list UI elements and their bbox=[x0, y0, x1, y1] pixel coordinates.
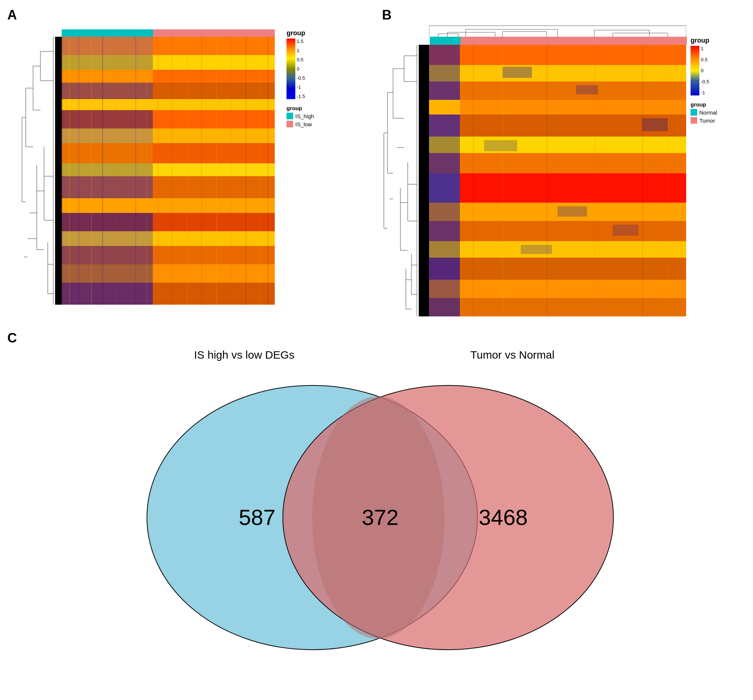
legend-a-swatch-1 bbox=[286, 113, 293, 119]
svg-rect-133 bbox=[429, 115, 460, 137]
svg-rect-128 bbox=[429, 81, 686, 100]
dendrogram-left-a bbox=[18, 37, 55, 305]
svg-rect-150 bbox=[429, 298, 686, 316]
legend-a-groups: group IS_high IS_low bbox=[286, 105, 334, 127]
svg-rect-63 bbox=[135, 37, 136, 305]
svg-rect-125 bbox=[429, 45, 460, 65]
legend-a-group-title: group bbox=[286, 105, 334, 111]
scale-val-b-2: 0.5 bbox=[701, 57, 709, 62]
svg-rect-34 bbox=[62, 99, 275, 110]
color-scale-a bbox=[286, 39, 295, 99]
legend-b-swatch-1 bbox=[691, 109, 697, 115]
legend-a-label-1: IS_high bbox=[295, 113, 314, 119]
legend-b-item-1: Normal bbox=[691, 109, 738, 115]
scale-val-5: -0.5 bbox=[297, 75, 305, 81]
svg-rect-67 bbox=[187, 37, 188, 305]
svg-rect-139 bbox=[429, 173, 460, 203]
scale-val-1: 1.5 bbox=[297, 39, 305, 44]
svg-rect-64 bbox=[146, 37, 147, 305]
venn-intersection-count: 372 bbox=[362, 505, 398, 530]
svg-rect-129 bbox=[429, 81, 460, 100]
svg-rect-127 bbox=[429, 65, 460, 81]
svg-rect-68 bbox=[201, 37, 202, 305]
scale-labels-b: 1 0.5 0 -0.5 -1 bbox=[701, 46, 709, 95]
legend-a-swatch-2 bbox=[286, 121, 293, 127]
dendrogram-left-b bbox=[382, 45, 419, 316]
svg-rect-159 bbox=[473, 45, 474, 316]
legend-b-group-title: group bbox=[691, 101, 738, 108]
scale-val-4: 0 bbox=[297, 66, 305, 72]
svg-rect-71 bbox=[245, 37, 247, 305]
svg-rect-136 bbox=[429, 153, 686, 173]
svg-rect-60 bbox=[91, 37, 92, 305]
venn-diagram: 587 372 3468 bbox=[99, 360, 669, 675]
svg-rect-135 bbox=[429, 137, 460, 153]
svg-rect-138 bbox=[460, 173, 686, 203]
svg-rect-143 bbox=[429, 221, 460, 241]
svg-rect-57 bbox=[62, 37, 63, 305]
svg-rect-33 bbox=[62, 83, 153, 99]
svg-rect-157 bbox=[613, 224, 638, 235]
venn-right-title: Tumor vs Normal bbox=[420, 349, 604, 361]
scale-val-7: -1.5 bbox=[297, 94, 305, 99]
black-bar-b bbox=[419, 45, 429, 316]
svg-rect-47 bbox=[62, 213, 153, 231]
svg-rect-45 bbox=[62, 198, 275, 213]
panel-a-label: A bbox=[7, 7, 17, 23]
svg-rect-59 bbox=[78, 37, 79, 305]
svg-rect-144 bbox=[429, 241, 686, 258]
legend-b: group 1 0.5 bbox=[691, 37, 738, 125]
color-scale-b bbox=[691, 46, 699, 95]
svg-rect-165 bbox=[691, 46, 699, 95]
svg-rect-31 bbox=[153, 70, 275, 83]
scale-val-b-3: 0 bbox=[701, 68, 709, 73]
svg-rect-131 bbox=[460, 100, 686, 115]
group-bar-b-cyan bbox=[430, 37, 461, 45]
svg-rect-61 bbox=[102, 37, 103, 305]
svg-rect-62 bbox=[117, 37, 117, 305]
svg-rect-163 bbox=[642, 45, 643, 316]
scale-labels-a: 1.5 1 0.5 0 -0.5 -1 -1.5 bbox=[297, 39, 305, 99]
scale-val-3: 0.5 bbox=[297, 57, 305, 62]
svg-rect-147 bbox=[429, 258, 460, 280]
panel-b-label: B bbox=[382, 7, 392, 23]
svg-rect-141 bbox=[429, 203, 460, 221]
group-bar-b-pink bbox=[461, 37, 687, 45]
scale-val-6: -1 bbox=[297, 84, 305, 90]
svg-rect-152 bbox=[503, 67, 532, 78]
svg-rect-29 bbox=[62, 55, 153, 70]
scale-val-b-5: -1 bbox=[701, 90, 709, 95]
heatmap-a bbox=[62, 37, 275, 305]
svg-rect-36 bbox=[62, 110, 153, 128]
svg-rect-69 bbox=[216, 37, 217, 305]
svg-rect-65 bbox=[157, 37, 159, 305]
venn-titles: IS high vs low DEGs Tumor vs Normal bbox=[110, 349, 647, 361]
black-bar-a bbox=[55, 37, 62, 305]
venn-left-count: 587 bbox=[239, 505, 275, 530]
scale-val-b-4: -0.5 bbox=[701, 79, 709, 84]
panel-c-label: C bbox=[7, 331, 17, 346]
svg-rect-56 bbox=[62, 283, 153, 305]
svg-rect-27 bbox=[62, 37, 153, 55]
heatmap-b bbox=[429, 45, 686, 316]
svg-rect-40 bbox=[153, 143, 275, 163]
venn-right-count: 3468 bbox=[479, 505, 528, 530]
svg-rect-44 bbox=[62, 176, 153, 198]
scale-val-b-1: 1 bbox=[701, 46, 709, 51]
main-container: A bbox=[0, 0, 753, 700]
svg-rect-38 bbox=[62, 128, 153, 143]
svg-rect-149 bbox=[429, 280, 460, 298]
group-bar-a bbox=[62, 30, 275, 37]
svg-rect-48 bbox=[153, 213, 275, 231]
svg-rect-50 bbox=[62, 231, 153, 246]
legend-b-swatch-2 bbox=[691, 117, 697, 124]
legend-b-groups: group Normal Tumor bbox=[691, 101, 738, 124]
panel-c: C IS high vs low DEGs Tumor vs Normal 58… bbox=[7, 331, 746, 694]
svg-rect-151 bbox=[429, 298, 460, 316]
group-bar-a-pink bbox=[153, 30, 275, 37]
svg-rect-142 bbox=[429, 221, 686, 241]
svg-rect-74 bbox=[286, 39, 295, 99]
legend-b-label-2: Tumor bbox=[699, 117, 715, 124]
legend-b-label-1: Normal bbox=[699, 109, 717, 115]
group-bar-a-cyan bbox=[62, 30, 153, 37]
